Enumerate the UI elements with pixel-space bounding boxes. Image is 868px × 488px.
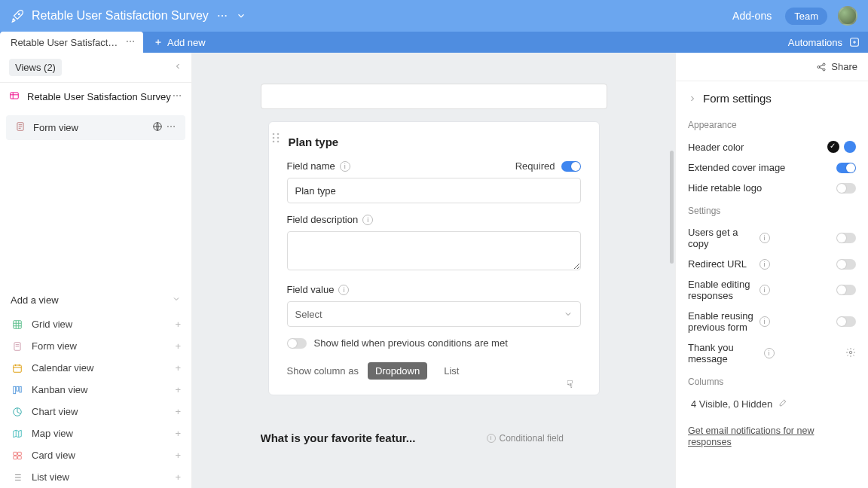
svg-point-2 xyxy=(222,15,223,17)
svg-point-11 xyxy=(179,95,181,96)
automations-button[interactable]: Automations xyxy=(781,32,868,53)
svg-point-14 xyxy=(167,126,169,127)
info-icon[interactable]: i xyxy=(340,161,350,172)
project-menu-button[interactable] xyxy=(216,10,228,22)
table-icon xyxy=(9,90,21,103)
chevron-right-icon xyxy=(688,94,697,103)
conditional-toggle[interactable] xyxy=(287,338,307,349)
info-icon[interactable]: i xyxy=(760,285,770,295)
required-toggle[interactable] xyxy=(561,161,581,172)
field-value-label: Field value xyxy=(287,284,335,295)
table-menu-button[interactable] xyxy=(172,90,182,103)
gear-icon[interactable] xyxy=(845,347,856,360)
addons-link[interactable]: Add-ons xyxy=(732,10,772,22)
form-settings-panel: Share Form settings Appearance Header co… xyxy=(675,53,868,488)
add-kanban-view[interactable]: Kanban view+ xyxy=(0,379,191,401)
extended-cover-row: Extended cover image xyxy=(676,157,868,178)
edit-columns-button[interactable] xyxy=(778,398,788,410)
info-icon[interactable]: i xyxy=(760,316,770,327)
field-editor-card: Plan type Field name i Required Field de… xyxy=(268,121,600,395)
next-field-block[interactable]: What is your favorite featur... iConditi… xyxy=(231,432,637,444)
next-field-label: What is your favorite featur... xyxy=(261,432,487,444)
field-desc-label: Field description xyxy=(287,214,359,225)
add-new-tab-button[interactable]: Add new xyxy=(143,32,216,53)
field-name-label: Field name xyxy=(287,160,335,172)
info-icon[interactable]: i xyxy=(362,215,373,225)
tab-menu-button[interactable] xyxy=(125,36,136,49)
email-field-block[interactable]: E-mail xyxy=(231,81,637,109)
add-card-view[interactable]: Card view+ xyxy=(0,444,191,466)
columns-section-label: Columns xyxy=(676,369,868,393)
grid-icon xyxy=(11,319,24,330)
svg-point-29 xyxy=(277,133,279,136)
enable-edit-toggle[interactable] xyxy=(836,285,856,295)
seg-dropdown[interactable]: Dropdown xyxy=(368,362,427,380)
settings-header[interactable]: Form settings xyxy=(676,81,868,112)
share-button[interactable]: Share xyxy=(816,61,857,72)
info-icon[interactable]: i xyxy=(764,348,775,358)
add-view-header[interactable]: Add a view xyxy=(0,287,191,313)
redirect-toggle[interactable] xyxy=(836,259,856,270)
svg-rect-17 xyxy=(14,320,22,328)
svg-point-15 xyxy=(170,126,172,127)
extended-cover-toggle[interactable] xyxy=(836,163,856,173)
rocket-icon xyxy=(11,9,24,23)
plus-icon: + xyxy=(175,340,181,352)
form-view-icon xyxy=(15,121,27,134)
team-button[interactable]: Team xyxy=(785,8,827,25)
seg-list[interactable]: List xyxy=(436,362,466,380)
user-avatar[interactable] xyxy=(838,6,857,26)
view-name: Form view xyxy=(33,122,152,133)
info-icon[interactable]: i xyxy=(760,233,770,243)
add-grid-view[interactable]: Grid view+ xyxy=(0,313,191,335)
header-color-row: Header color xyxy=(676,136,868,157)
active-tab[interactable]: Retable User Satisfaction S... xyxy=(0,32,143,53)
views-count-pill[interactable]: Views (2) xyxy=(9,59,62,76)
enable-reuse-toggle[interactable] xyxy=(836,316,856,327)
card-icon xyxy=(11,450,24,461)
canvas-toolbar: Share xyxy=(676,53,868,81)
globe-icon[interactable] xyxy=(152,121,163,134)
svg-point-10 xyxy=(176,95,178,96)
enable-edit-row: Enable editing responses i xyxy=(676,274,868,306)
project-title: Retable User Satisfaction Survey xyxy=(32,9,209,23)
svg-rect-25 xyxy=(18,452,22,455)
color-blue[interactable] xyxy=(844,141,856,153)
svg-point-4 xyxy=(127,41,128,42)
plus-icon: + xyxy=(175,428,181,439)
info-icon[interactable]: i xyxy=(760,259,770,270)
redirect-row: Redirect URL i xyxy=(676,254,868,274)
view-menu-button[interactable] xyxy=(166,121,176,134)
add-calendar-view[interactable]: Calendar view+ xyxy=(0,357,191,379)
info-icon[interactable]: i xyxy=(338,285,349,295)
drag-handle-icon[interactable] xyxy=(272,133,280,146)
appearance-section-label: Appearance xyxy=(676,112,868,136)
add-form-view[interactable]: Form view+ xyxy=(0,335,191,357)
table-item[interactable]: Retable User Satisfaction Survey xyxy=(0,83,191,111)
add-list-view[interactable]: List view+ xyxy=(0,466,191,488)
project-dropdown-button[interactable] xyxy=(236,11,246,21)
email-input[interactable] xyxy=(261,84,607,109)
users-copy-toggle[interactable] xyxy=(836,233,856,243)
conditional-label: Show field when previous conditions are … xyxy=(314,337,508,349)
list-icon xyxy=(11,472,24,483)
field-name-input[interactable] xyxy=(287,178,581,203)
svg-point-33 xyxy=(277,141,279,143)
conditional-field-badge: iConditional field xyxy=(487,433,564,444)
form-icon xyxy=(11,341,24,352)
active-view-item[interactable]: Form view xyxy=(6,115,185,140)
collapse-sidebar-button[interactable] xyxy=(173,62,182,73)
scrollbar-thumb[interactable] xyxy=(670,151,674,264)
add-map-view[interactable]: Map view+ xyxy=(0,422,191,444)
color-black[interactable] xyxy=(827,141,839,153)
svg-rect-26 xyxy=(14,456,17,459)
svg-point-1 xyxy=(218,15,219,17)
svg-point-3 xyxy=(225,15,226,17)
plus-icon: + xyxy=(175,406,181,417)
add-chart-view[interactable]: Chart view+ xyxy=(0,401,191,422)
email-notifications-link[interactable]: Get email notifications for new response… xyxy=(688,425,814,447)
field-value-select[interactable]: Select xyxy=(287,301,581,327)
hide-logo-toggle[interactable] xyxy=(836,183,856,194)
chart-icon xyxy=(11,407,24,417)
field-desc-input[interactable] xyxy=(287,231,581,270)
